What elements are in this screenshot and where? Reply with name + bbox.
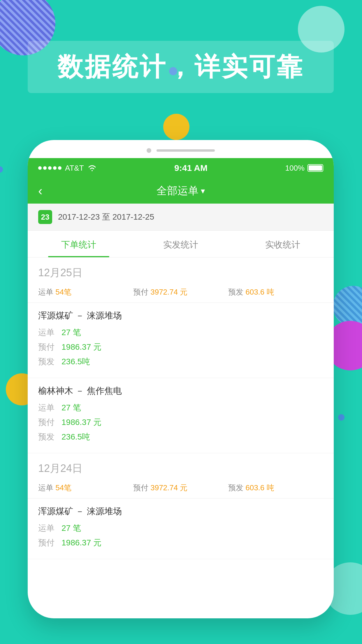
battery-icon <box>307 164 323 172</box>
status-left: AT&T <box>38 164 97 173</box>
route-name-2-1: 浑源煤矿 － 涞源堆场 <box>38 505 323 517</box>
dispatch-label-2: 预发 <box>38 431 59 442</box>
tab-receive-stats[interactable]: 实收统计 <box>232 231 334 257</box>
dispatch-label: 预发 <box>38 356 59 367</box>
nav-title-text: 全部运单 <box>157 184 198 198</box>
date-title-2: 12月24日 <box>38 461 323 476</box>
prepay-value-1-1: 1986.37 元 <box>61 342 101 353</box>
orders-label-2: 运单 <box>38 402 59 413</box>
date-section-summary-1: 运单 54笔 预付 3972.74 元 预发 603.6 吨 <box>28 284 334 303</box>
route-item-2-1: 浑源煤矿 － 涞源堆场 运单 27 笔 预付 1986.37 元 <box>28 498 334 559</box>
date-filter-bar[interactable]: 23 2017-12-23 至 2017-12-25 <box>28 204 334 231</box>
summary-orders-1: 运单 54笔 <box>38 287 133 297</box>
orders-label: 运单 <box>38 327 59 338</box>
headline-text: 数据统计，详实可靠 <box>42 50 319 84</box>
route-stat-prepay-1-1: 预付 1986.37 元 <box>38 342 323 353</box>
date-section-summary-2: 运单 54笔 预付 3972.74 元 预发 603.6 吨 <box>28 480 334 498</box>
phone-notch-area <box>28 140 334 158</box>
summary-orders-2: 运单 54笔 <box>38 483 133 493</box>
route-name-1-2: 榆林神木 － 焦作焦电 <box>38 385 323 397</box>
phone-notch-line <box>157 149 215 152</box>
route-item-1-1: 浑源煤矿 － 涞源堆场 运单 27 笔 预付 1986.37 元 预发 236.… <box>28 303 334 378</box>
bg-dot-blue2 <box>0 166 3 173</box>
route-name-1-1: 浑源煤矿 － 涞源堆场 <box>38 310 323 322</box>
bg-circle-rightmid <box>333 286 362 327</box>
back-button[interactable]: ‹ <box>38 183 43 198</box>
signal-icon <box>38 166 61 170</box>
phone-shell: AT&T 9:41 AM 100% ‹ 全部运单 ▾ <box>28 140 334 618</box>
date-section-1: 12月25日 运单 54笔 预付 3972.74 元 预发 603.6 吨 浑源… <box>28 258 334 453</box>
phone-container: AT&T 9:41 AM 100% ‹ 全部运单 ▾ <box>28 140 334 618</box>
tab-order-stats[interactable]: 下单统计 <box>28 231 130 257</box>
route-stat-orders-2-1: 运单 27 笔 <box>38 523 323 534</box>
orders-value-1-1: 27 笔 <box>61 327 81 338</box>
headline-box: 数据统计，详实可靠 <box>28 41 334 93</box>
wifi-icon <box>87 164 97 172</box>
bg-dot-yellow <box>163 114 189 140</box>
tabs-bar: 下单统计 实发统计 实收统计 <box>28 231 334 258</box>
date-section-2: 12月24日 运单 54笔 预付 3972.74 元 预发 603.6 吨 浑源… <box>28 453 334 559</box>
summary-dispatch-1: 预发 603.6 吨 <box>228 287 323 297</box>
tab-dispatch-stats[interactable]: 实发统计 <box>130 231 232 257</box>
route-stat-prepay-2-1: 预付 1986.37 元 <box>38 537 323 548</box>
date-section-header-1: 12月25日 <box>28 258 334 284</box>
orders-value-2-1: 27 笔 <box>61 523 81 534</box>
prepay-value-1-2: 1986.37 元 <box>61 417 101 428</box>
date-title-1: 12月25日 <box>38 266 323 280</box>
summary-prepay-2: 预付 3972.74 元 <box>133 483 228 493</box>
prepay-label-3: 预付 <box>38 537 59 548</box>
nav-bar: ‹ 全部运单 ▾ <box>28 178 334 204</box>
calendar-icon: 23 <box>38 210 52 224</box>
dispatch-value-1-2: 236.5吨 <box>61 431 90 442</box>
dispatch-value-1-1: 236.5吨 <box>61 356 90 367</box>
phone-notch-dot <box>147 148 151 153</box>
date-section-header-2: 12月24日 <box>28 453 334 480</box>
bg-dot-blue3 <box>338 414 345 421</box>
route-stat-orders-1-2: 运单 27 笔 <box>38 402 323 413</box>
status-time: 9:41 AM <box>174 163 208 173</box>
date-range-text: 2017-12-23 至 2017-12-25 <box>58 211 154 223</box>
summary-prepay-1: 预付 3972.74 元 <box>133 287 228 297</box>
nav-dropdown-arrow[interactable]: ▾ <box>201 186 205 196</box>
status-right: 100% <box>285 164 323 173</box>
nav-title: 全部运单 ▾ <box>157 184 205 198</box>
prepay-value-2-1: 1986.37 元 <box>61 537 101 548</box>
route-stat-dispatch-1-1: 预发 236.5吨 <box>38 356 323 367</box>
route-stat-prepay-1-2: 预付 1986.37 元 <box>38 417 323 428</box>
route-stat-dispatch-1-2: 预发 236.5吨 <box>38 431 323 442</box>
summary-dispatch-2: 预发 603.6 吨 <box>228 483 323 493</box>
prepay-label: 预付 <box>38 342 59 353</box>
route-stat-orders-1-1: 运单 27 笔 <box>38 327 323 338</box>
orders-label-3: 运单 <box>38 523 59 534</box>
status-bar: AT&T 9:41 AM 100% <box>28 158 334 178</box>
orders-value-1-2: 27 笔 <box>61 402 81 413</box>
battery-percent: 100% <box>285 164 305 173</box>
content-area: 12月25日 运单 54笔 预付 3972.74 元 预发 603.6 吨 浑源… <box>28 258 334 559</box>
carrier-label: AT&T <box>65 164 84 173</box>
prepay-label-2: 预付 <box>38 417 59 428</box>
route-item-1-2: 榆林神木 － 焦作焦电 运单 27 笔 预付 1986.37 元 预发 236.… <box>28 378 334 453</box>
